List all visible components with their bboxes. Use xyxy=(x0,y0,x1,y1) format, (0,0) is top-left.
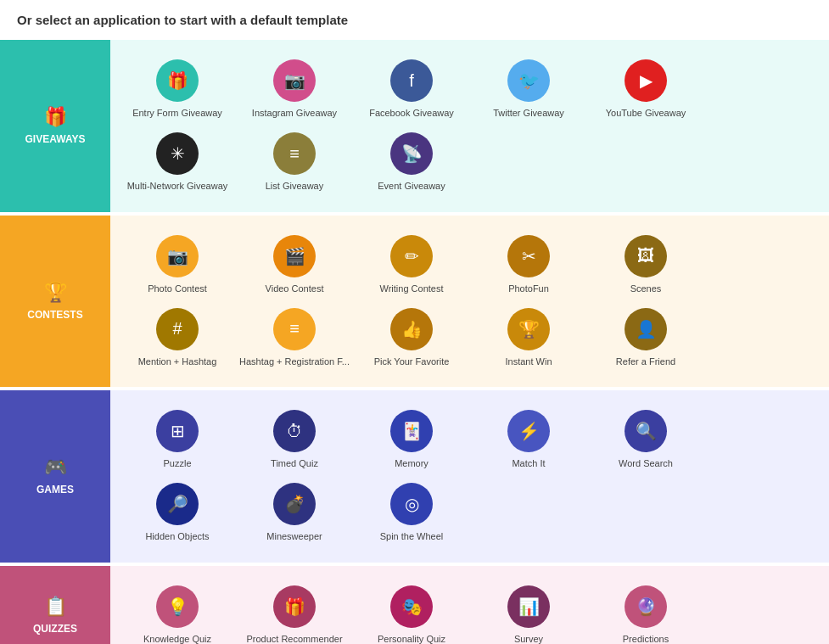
app-icon-mention-+-hashtag: # xyxy=(156,308,199,350)
app-icon-memory: 🃏 xyxy=(390,410,433,452)
app-item-survey[interactable]: 📊 Survey xyxy=(473,585,584,644)
app-icon-hidden-objects: 🔎 xyxy=(156,483,199,525)
app-label-minesweeper: Minesweeper xyxy=(266,530,322,542)
app-icon-facebook-giveaway: f xyxy=(390,59,433,102)
app-icon-refer-a-friend: 👤 xyxy=(625,308,667,350)
app-label-youtube-giveaway: YouTube Giveaway xyxy=(606,107,686,119)
contests-icon: 🏆 xyxy=(44,282,67,304)
app-item-youtube-giveaway[interactable]: ▶ YouTube Giveaway xyxy=(591,59,701,119)
app-item-hidden-objects[interactable]: 🔎 Hidden Objects xyxy=(122,483,232,542)
app-label-hidden-objects: Hidden Objects xyxy=(145,530,209,542)
app-container: 🎁 GIVEAWAYS 🎁 Entry Form Giveaway 📷 Inst… xyxy=(0,40,829,644)
page-title: Or select an application to start with a… xyxy=(0,0,829,40)
app-label-timed-quiz: Timed Quiz xyxy=(271,457,318,469)
app-item-word-search[interactable]: 🔍 Word Search xyxy=(591,410,701,469)
app-item-match-it[interactable]: ⚡ Match It xyxy=(473,410,584,469)
app-item-facebook-giveaway[interactable]: f Facebook Giveaway xyxy=(356,59,467,119)
app-label-photofun: PhotoFun xyxy=(508,283,549,294)
app-item-writing-contest[interactable]: ✏ Writing Contest xyxy=(356,235,467,294)
app-label-photo-contest: Photo Contest xyxy=(148,283,207,294)
app-label-entry-form-giveaway: Entry Form Giveaway xyxy=(132,107,222,119)
app-icon-list-giveaway: ≡ xyxy=(273,132,316,175)
app-icon-knowledge-quiz: 💡 xyxy=(156,585,199,628)
app-label-multi-network-giveaway: Multi-Network Giveaway xyxy=(127,180,228,192)
app-icon-product-recommender: 🎁 xyxy=(273,585,316,628)
app-icon-word-search: 🔍 xyxy=(625,410,667,452)
app-label-pick-your-favorite: Pick Your Favorite xyxy=(374,356,450,367)
app-item-entry-form-giveaway[interactable]: 🎁 Entry Form Giveaway xyxy=(122,59,232,119)
app-icon-instant-win: 🏆 xyxy=(507,308,550,350)
app-label-mention-+-hashtag: Mention + Hashtag xyxy=(138,356,217,367)
app-item-hashtag--registration-f[interactable]: ≡ Hashtag + Registration F... xyxy=(239,308,350,367)
section-label-contests: 🏆 CONTESTS xyxy=(0,216,110,388)
app-item-mention--hashtag[interactable]: # Mention + Hashtag xyxy=(122,308,232,367)
app-label-knowledge-quiz: Knowledge Quiz xyxy=(143,633,211,644)
app-icon-photofun: ✂ xyxy=(507,235,550,277)
app-item-pick-your-favorite[interactable]: 👍 Pick Your Favorite xyxy=(356,308,467,367)
app-label-video-contest: Video Contest xyxy=(266,283,324,294)
section-label-giveaways: 🎁 GIVEAWAYS xyxy=(0,40,110,212)
app-icon-writing-contest: ✏ xyxy=(390,235,433,277)
app-icon-match-it: ⚡ xyxy=(507,410,550,452)
app-icon-event-giveaway: 📡 xyxy=(390,132,433,175)
app-item-multi-network-giveaway[interactable]: ✳ Multi-Network Giveaway xyxy=(122,132,232,192)
app-icon-photo-contest: 📷 xyxy=(156,235,199,277)
app-item-minesweeper[interactable]: 💣 Minesweeper xyxy=(239,483,350,542)
app-item-knowledge-quiz[interactable]: 💡 Knowledge Quiz xyxy=(122,585,232,644)
app-icon-youtube-giveaway: ▶ xyxy=(625,59,667,102)
app-item-product-recommender[interactable]: 🎁 Product Recommender xyxy=(239,585,350,644)
app-label-scenes: Scenes xyxy=(630,283,662,294)
section-content-quizzes: 💡 Knowledge Quiz 🎁 Product Recommender 🎭… xyxy=(110,566,829,644)
app-label-instant-win: Instant Win xyxy=(505,356,552,367)
app-icon-hashtag-+-registration-f...: ≡ xyxy=(273,308,316,350)
app-label-refer-a-friend: Refer a Friend xyxy=(616,356,675,367)
section-title-quizzes: QUIZZES xyxy=(33,623,77,635)
app-label-spin-the-wheel: Spin the Wheel xyxy=(380,530,444,542)
app-item-predictions[interactable]: 🔮 Predictions xyxy=(591,585,701,644)
app-label-predictions: Predictions xyxy=(623,633,669,644)
app-icon-scenes: 🖼 xyxy=(625,235,667,277)
app-icon-minesweeper: 💣 xyxy=(273,483,316,525)
app-item-memory[interactable]: 🃏 Memory xyxy=(356,410,467,469)
app-label-twitter-giveaway: Twitter Giveaway xyxy=(493,107,564,119)
giveaways-icon: 🎁 xyxy=(44,106,67,128)
section-title-contests: CONTESTS xyxy=(27,309,82,321)
section-label-quizzes: 📋 QUIZZES xyxy=(0,566,110,644)
app-item-puzzle[interactable]: ⊞ Puzzle xyxy=(122,410,232,469)
app-item-spin-the-wheel[interactable]: ◎ Spin the Wheel xyxy=(356,483,467,542)
app-label-instagram-giveaway: Instagram Giveaway xyxy=(252,107,337,119)
app-icon-video-contest: 🎬 xyxy=(273,235,316,277)
app-item-list-giveaway[interactable]: ≡ List Giveaway xyxy=(239,132,350,192)
app-item-timed-quiz[interactable]: ⏱ Timed Quiz xyxy=(239,410,350,469)
app-item-refer-a-friend[interactable]: 👤 Refer a Friend xyxy=(591,308,701,367)
app-item-event-giveaway[interactable]: 📡 Event Giveaway xyxy=(356,132,467,192)
app-item-scenes[interactable]: 🖼 Scenes xyxy=(591,235,701,294)
app-item-instant-win[interactable]: 🏆 Instant Win xyxy=(473,308,584,367)
section-contests: 🏆 CONTESTS 📷 Photo Contest 🎬 Video Conte… xyxy=(0,216,829,388)
app-icon-predictions: 🔮 xyxy=(625,585,667,628)
app-item-instagram-giveaway[interactable]: 📷 Instagram Giveaway xyxy=(239,59,350,119)
section-title-games: GAMES xyxy=(36,484,74,496)
app-item-photofun[interactable]: ✂ PhotoFun xyxy=(473,235,584,294)
app-icon-twitter-giveaway: 🐦 xyxy=(507,59,550,102)
app-item-video-contest[interactable]: 🎬 Video Contest xyxy=(239,235,350,294)
games-icon: 🎮 xyxy=(44,456,67,479)
app-item-photo-contest[interactable]: 📷 Photo Contest xyxy=(122,235,232,294)
app-item-personality-quiz[interactable]: 🎭 Personality Quiz xyxy=(356,585,467,644)
app-label-survey: Survey xyxy=(514,633,543,644)
app-label-word-search: Word Search xyxy=(619,457,673,469)
app-label-hashtag-+-registration-f...: Hashtag + Registration F... xyxy=(239,356,350,367)
app-icon-multi-network-giveaway: ✳ xyxy=(156,132,199,175)
app-icon-instagram-giveaway: 📷 xyxy=(273,59,316,102)
app-icon-survey: 📊 xyxy=(507,585,550,628)
section-giveaways: 🎁 GIVEAWAYS 🎁 Entry Form Giveaway 📷 Inst… xyxy=(0,40,829,212)
quizzes-icon: 📋 xyxy=(44,596,67,618)
app-label-product-recommender: Product Recommender xyxy=(246,633,342,644)
app-icon-puzzle: ⊞ xyxy=(156,410,199,452)
section-content-games: ⊞ Puzzle ⏱ Timed Quiz 🃏 Memory ⚡ Match I… xyxy=(110,390,829,563)
app-label-personality-quiz: Personality Quiz xyxy=(378,633,445,644)
app-label-memory: Memory xyxy=(395,457,429,469)
app-item-twitter-giveaway[interactable]: 🐦 Twitter Giveaway xyxy=(473,59,584,119)
app-label-match-it: Match It xyxy=(512,457,545,469)
section-title-giveaways: GIVEAWAYS xyxy=(25,133,86,145)
